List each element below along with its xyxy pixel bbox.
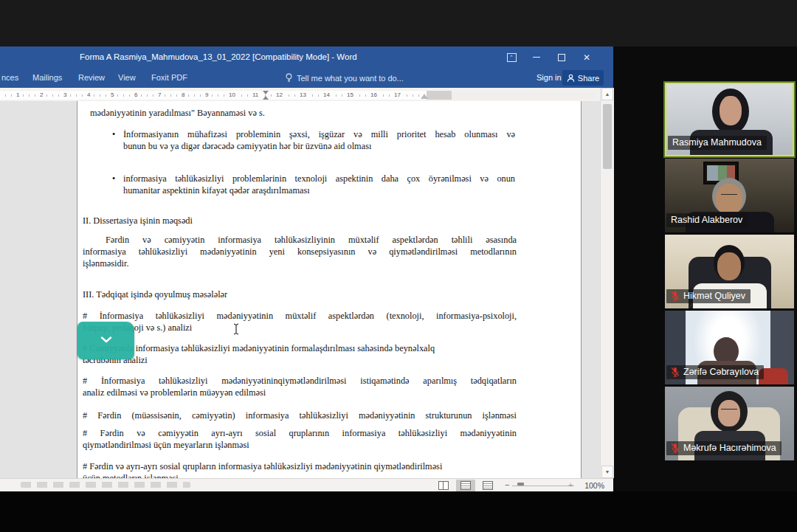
tell-me-box[interactable]: Tell me what you want to do... (285, 73, 404, 83)
doc-line: informasiya təhlükəsizliyi mədəniyyətini… (83, 246, 517, 258)
scroll-up-button[interactable]: ▲ (601, 88, 613, 100)
participant-name-label: Hikmət Quliyev (666, 289, 751, 303)
doc-line: üçün metodların işlənməsi (83, 473, 179, 478)
close-button[interactable]: ✕ (574, 46, 599, 68)
glasses (721, 409, 737, 412)
share-person-icon (567, 74, 575, 83)
restore-icon (558, 54, 565, 61)
close-icon: ✕ (583, 52, 590, 63)
scroll-up-icon: ▲ (605, 91, 610, 97)
doc-line: # Fərdin və ayrı-ayrı sosial qrupların i… (83, 461, 442, 472)
ruler-number: 6 (133, 91, 139, 99)
tab-review[interactable]: Review (78, 73, 105, 82)
doc-line: # Fərdin (müəssisənin, cəmiyyətin) infor… (83, 410, 517, 421)
share-label: Share (578, 74, 599, 83)
scrollbar-thumb[interactable] (603, 104, 612, 169)
indent-marker-icon[interactable] (263, 91, 269, 94)
lightbulb-icon (285, 73, 293, 83)
bullet-glyph: • (112, 129, 115, 140)
zoom-level[interactable]: 100% (584, 481, 604, 490)
doc-line: humanitar aspektinin kifayət qədər araşd… (123, 185, 310, 196)
ruler-number: 17 (393, 91, 402, 99)
right-indent-marker-icon[interactable] (421, 94, 428, 99)
ruler-number: 9 (204, 91, 210, 99)
participant-name-label: Zərifə Cəbrayılova (666, 365, 764, 379)
doc-line: İnformasiyanın mühafizəsi probleminin şə… (123, 129, 515, 140)
print-layout-button[interactable] (456, 480, 475, 491)
doc-line: qiymətləndirilməsi üçün meyarların işlən… (83, 440, 249, 451)
word-window: Forma A Rasmiya_Mahmudova_13_01_2022 [Co… (0, 46, 613, 491)
tab-references-partial[interactable]: nces (1, 73, 18, 82)
zoom-slider-thumb[interactable] (517, 483, 524, 486)
participant-tile[interactable]: Rasmiya Mahmudova (665, 83, 794, 156)
ruler-number: 16 (369, 91, 379, 99)
share-button[interactable]: Share (562, 70, 604, 86)
ruler-number: 13 (298, 91, 308, 99)
participant-name: Rasmiya Mahmudova (672, 137, 762, 148)
doc-heading: II. Dissertasiya işinin məqsədi (83, 215, 193, 227)
annotation-popup[interactable] (77, 322, 134, 359)
muted-mic-icon (671, 443, 680, 453)
participant-tile[interactable]: Rashid Alakberov (665, 159, 794, 232)
glasses (721, 194, 737, 198)
scroll-down-button[interactable]: ▼ (601, 466, 613, 478)
minimize-button[interactable] (524, 46, 549, 68)
zoom-slider-track[interactable] (512, 486, 574, 486)
ruler-number: 7 (156, 91, 162, 99)
document-area: mədəniyyətinin yaradılması" Bəyannaməsi … (0, 101, 600, 478)
ruler-row: 1234567891011121314151617 (0, 88, 600, 102)
doc-line: # İnformasiya təhlükəsizliyi mədəniyyəti… (83, 311, 517, 322)
scroll-down-icon: ▼ (605, 469, 610, 474)
participant-tile[interactable]: Zərifə Cəbrayılova (665, 311, 794, 384)
participant-face (716, 184, 742, 215)
tab-mailings[interactable]: Mailings (32, 73, 62, 82)
participant-face (720, 96, 742, 125)
zoom-out-button[interactable]: − (505, 480, 509, 490)
participant-tile[interactable]: Hikmət Quliyev (665, 235, 794, 308)
doc-line: informasiya təhlükəsizliyi problemlərini… (123, 173, 515, 184)
zoom-in-button[interactable]: + (568, 480, 573, 490)
web-layout-button[interactable] (478, 480, 497, 491)
participant-name-label: Rasmiya Mahmudova (668, 136, 767, 150)
doc-line: bunun bu və ya digər dərəcədə cəmiyyətin… (123, 141, 371, 152)
tab-foxit-pdf[interactable]: Foxit PDF (151, 73, 187, 82)
ruler-number: 11 (251, 91, 260, 99)
restore-button[interactable] (549, 46, 574, 68)
horizontal-ruler[interactable]: 1234567891011121314151617 (0, 91, 598, 100)
read-mode-icon (438, 481, 449, 490)
ruler-number: 2 (38, 91, 44, 99)
participant-face (718, 400, 740, 426)
ribbon-display-options-icon: ⌃ (507, 53, 517, 62)
participant-name: Məkrufə Hacırəhimova (683, 443, 776, 453)
status-bar: − + 100% (0, 478, 613, 491)
ribbon-display-options-button[interactable]: ⌃ (499, 46, 524, 68)
ribbon-tab-row: nces Mailings Review View Foxit PDF Tell… (0, 68, 613, 88)
ruler-number: 12 (275, 91, 284, 99)
read-mode-button[interactable] (434, 480, 453, 491)
participant-tile[interactable]: Məkrufə Hacırəhimova (665, 387, 794, 460)
ruler-number: 10 (227, 91, 237, 99)
tab-view[interactable]: View (118, 73, 136, 82)
text-cursor (232, 323, 240, 335)
ruler-tail (452, 91, 598, 100)
ruler-margin-zone (427, 91, 452, 100)
muted-mic-icon (671, 367, 680, 377)
doc-line: işlənməsidir. (83, 258, 129, 269)
bullet-glyph: • (112, 173, 115, 184)
participant-name: Rashid Alakberov (671, 215, 742, 225)
sign-in-button[interactable]: Sign in (536, 73, 562, 82)
ruler-number: 8 (180, 91, 186, 99)
participant-name-label: Məkrufə Hacırəhimova (666, 441, 782, 455)
ruler-number: 15 (345, 91, 355, 99)
vertical-scrollbar[interactable]: ▲ ▼ (600, 88, 614, 478)
print-layout-icon (460, 481, 471, 490)
doc-line: mədəniyyətinin yaradılması" Bəyannaməsi … (90, 108, 265, 119)
ruler-number: 1 (15, 91, 21, 99)
top-black-strip (0, 0, 797, 46)
web-layout-icon (483, 481, 493, 490)
title-bar: Forma A Rasmiya_Mahmudova_13_01_2022 [Co… (0, 46, 613, 68)
doc-line: # İnformasiya təhlükəsizliyi mədəniyyəti… (83, 376, 517, 387)
doc-line: # Cəmiyyətdə informasiya təhlükəsizliyi … (83, 343, 435, 354)
bottom-black-strip (0, 491, 797, 532)
ruler-number: 3 (62, 91, 68, 99)
